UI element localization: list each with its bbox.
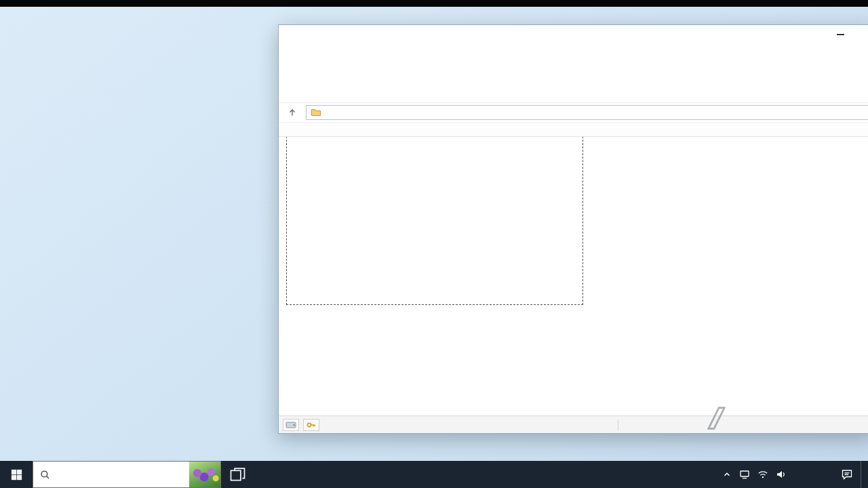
address-field[interactable] — [306, 105, 868, 120]
tray-network-icon[interactable] — [739, 469, 750, 480]
search-icon — [40, 470, 50, 480]
selection-marquee — [286, 137, 583, 305]
status-bar — [279, 415, 868, 433]
screen — [0, 0, 868, 488]
key-status-icon[interactable] — [303, 419, 319, 431]
tray-wifi-icon[interactable] — [757, 469, 768, 480]
windows-logo-icon — [11, 469, 22, 481]
menu-bar — [279, 44, 868, 61]
folder-icon — [311, 108, 321, 117]
title-bar[interactable] — [279, 25, 868, 44]
address-bar — [279, 103, 868, 122]
anyrun-logo-icon — [707, 406, 726, 430]
up-arrow-icon — [288, 108, 297, 117]
disk-status-icon[interactable] — [283, 419, 299, 431]
start-button[interactable] — [0, 461, 33, 488]
minimize-icon — [837, 34, 844, 35]
toolbar — [279, 61, 868, 103]
tray-volume-icon[interactable] — [776, 469, 787, 480]
task-view-icon — [229, 466, 246, 483]
taskbar-spacer — [254, 461, 722, 488]
column-headers — [279, 122, 868, 137]
tray-chevron-up-icon[interactable] — [722, 470, 732, 479]
search-highlight-image[interactable] — [189, 462, 220, 487]
task-view-button[interactable] — [221, 461, 254, 488]
taskbar — [0, 461, 868, 488]
action-center-icon[interactable] — [841, 468, 853, 481]
file-list — [279, 137, 868, 415]
system-tray — [722, 461, 868, 488]
show-desktop-button[interactable] — [861, 461, 864, 488]
status-divider — [618, 420, 618, 430]
up-directory-button[interactable] — [283, 106, 302, 119]
winrar-window — [278, 24, 868, 434]
anyrun-watermark — [701, 406, 732, 430]
top-black-strip — [0, 0, 868, 7]
taskbar-search[interactable] — [33, 461, 221, 488]
search-input[interactable] — [56, 470, 189, 480]
minimize-button[interactable] — [825, 25, 855, 44]
